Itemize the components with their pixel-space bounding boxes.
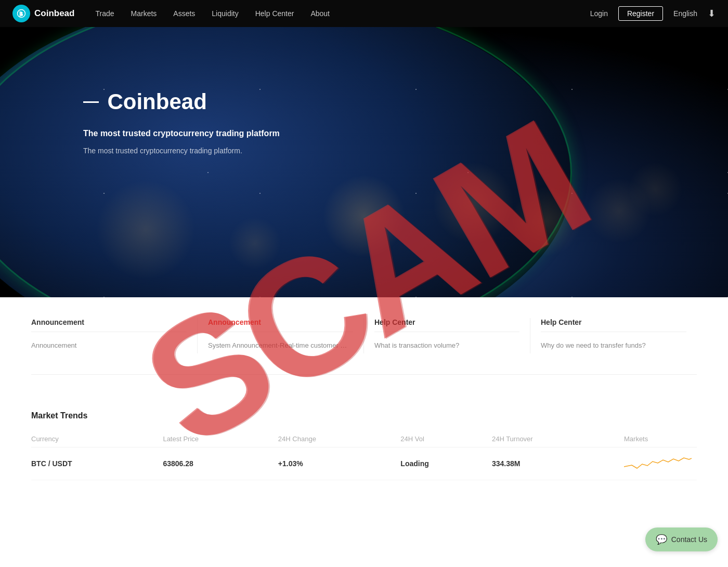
cell-chart (624, 447, 697, 480)
cell-vol: Loading (400, 447, 492, 480)
help-col1: Help Center What is transaction volume? (364, 318, 530, 353)
help-col2-title: Help Center (541, 318, 686, 332)
hero-content: Coinbead The most trusted cryptocurrency… (0, 27, 728, 155)
nav-login[interactable]: Login (590, 9, 608, 18)
content-section: Announcement Announcement Announcement S… (0, 297, 728, 395)
hero-section: Coinbead The most trusted cryptocurrency… (0, 27, 728, 297)
info-grid: Announcement Announcement Announcement S… (31, 318, 697, 375)
nav-language[interactable]: English (673, 9, 697, 18)
help-col1-item[interactable]: What is transaction volume? (374, 337, 519, 353)
download-icon[interactable]: ⬇ (708, 8, 716, 19)
nav-logo[interactable]: Coinbead (12, 5, 74, 22)
col-vol: 24H Vol (400, 431, 492, 447)
col-turnover: 24H Turnover (492, 431, 624, 447)
nav-help[interactable]: Help Center (255, 9, 294, 18)
ann-col1-item[interactable]: Announcement (31, 337, 187, 353)
hero-title-row: Coinbead (83, 89, 728, 114)
nav-right: Login Register English ⬇ (590, 6, 716, 21)
logo-text: Coinbead (34, 8, 74, 19)
navbar: Coinbead Trade Markets Assets Liquidity … (0, 0, 728, 27)
ann-col1-title: Announcement (31, 318, 187, 332)
hero-title: Coinbead (107, 89, 206, 114)
market-header-row: Currency Latest Price 24H Change 24H Vol… (31, 431, 697, 447)
nav-liquidity[interactable]: Liquidity (212, 9, 238, 18)
col-change: 24H Change (278, 431, 400, 447)
table-row[interactable]: BTC / USDT 63806.28 +1.03% Loading 334.3… (31, 447, 697, 480)
cell-currency: BTC / USDT (31, 447, 163, 480)
col-price: Latest Price (163, 431, 278, 447)
cell-turnover: 334.38M (492, 447, 624, 480)
hero-subtitle2: The most trusted cryptocurrency trading … (83, 147, 728, 155)
help-col2: Help Center Why do we need to transfer f… (530, 318, 697, 353)
mini-chart-svg (624, 454, 692, 472)
announcement-col2: Announcement System Announcement-Real-ti… (198, 318, 364, 353)
market-table: Currency Latest Price 24H Change 24H Vol… (31, 431, 697, 480)
col-markets: Markets (624, 431, 697, 447)
market-section: Market Trends Currency Latest Price 24H … (0, 395, 728, 496)
nav-markets[interactable]: Markets (131, 9, 157, 18)
logo-icon (12, 5, 30, 22)
help-col2-item[interactable]: Why do we need to transfer funds? (541, 337, 686, 353)
market-title: Market Trends (31, 411, 697, 420)
nav-links: Trade Markets Assets Liquidity Help Cent… (95, 9, 590, 18)
announcement-col1: Announcement Announcement (31, 318, 198, 353)
col-currency: Currency (31, 431, 163, 447)
hero-subtitle1: The most trusted cryptocurrency trading … (83, 129, 728, 138)
nav-about[interactable]: About (310, 9, 330, 18)
ann-col2-item[interactable]: System Announcement-Real-time customer … (208, 337, 353, 353)
hero-dash (83, 101, 99, 103)
ann-col2-title: Announcement (208, 318, 353, 332)
cell-price: 63806.28 (163, 447, 278, 480)
cell-change: +1.03% (278, 447, 400, 480)
help-col1-title: Help Center (374, 318, 519, 332)
nav-trade[interactable]: Trade (95, 9, 114, 18)
nav-register-button[interactable]: Register (618, 6, 663, 21)
nav-assets[interactable]: Assets (173, 9, 195, 18)
